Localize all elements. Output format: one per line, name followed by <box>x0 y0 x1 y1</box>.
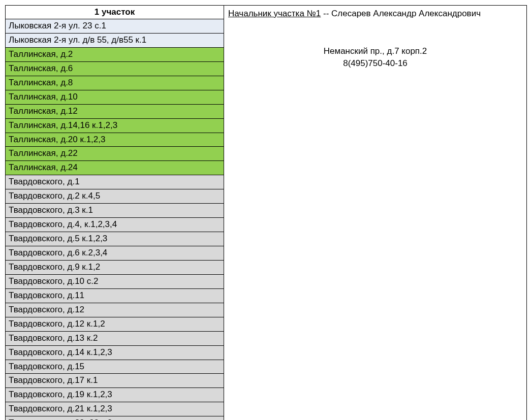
address-row: Твардовского, д.9 к.1,2 <box>6 261 224 275</box>
document-container: 1 участок Лыковская 2-я ул. 23 с.1Лыковс… <box>5 5 527 420</box>
address-row: Твардовского, д.5 к.1,2,3 <box>6 232 224 246</box>
chief-title: Начальник участка №1 -- Слесарев Алексан… <box>228 8 522 20</box>
address-row: Твардовского, д.17 к.1 <box>6 374 224 388</box>
address-row: Твардовского, д.4, к.1,2,3,4 <box>6 218 224 232</box>
address-row: Твардовского, д.12 <box>6 303 224 317</box>
address-row: Таллинская, д.2 <box>6 48 224 62</box>
address-row: Таллинская, д.6 <box>6 62 224 76</box>
address-row: Таллинская, д.14,16 к.1,2,3 <box>6 119 224 133</box>
address-row: Таллинская, д.12 <box>6 105 224 119</box>
address-row: Твардовского, д.6 к.2,3,4 <box>6 246 224 261</box>
address-row: Твардовского, д.1 <box>6 175 224 189</box>
address-row: Твардовского, д.3 к.1 <box>6 204 224 218</box>
address-row: Твардовского, д.15 <box>6 360 224 374</box>
address-row: Лыковская 2-я ул. 23 с.1 <box>6 19 224 34</box>
address-list: Лыковская 2-я ул. 23 с.1Лыковская 2-я ул… <box>6 19 224 420</box>
address-row: Твардовского, д.2 к.4,5 <box>6 189 224 204</box>
address-row: Таллинская, д.24 <box>6 161 224 175</box>
contact-address: Неманский пр., д.7 корп.2 <box>228 45 522 57</box>
address-row: Твардовского, д.11 <box>6 289 224 303</box>
chief-title-underlined: Начальник участка №1 <box>228 9 321 18</box>
right-column: Начальник участка №1 -- Слесарев Алексан… <box>224 6 526 420</box>
address-row: Твардовского, д.12 к.1,2 <box>6 317 224 332</box>
address-row: Твардовского, д.19 к.1,2,3 <box>6 388 224 402</box>
address-row: Таллинская, д.8 <box>6 76 224 90</box>
address-row: Твардовского, д.14 к.1,2,3 <box>6 346 224 360</box>
left-column-header: 1 участок <box>6 6 224 19</box>
address-row: Лыковская 2-я ул. д/в 55, д/в55 к.1 <box>6 34 224 48</box>
contact-info: Неманский пр., д.7 корп.2 8(495)750-40-1… <box>228 45 522 70</box>
address-row: Твардовского, д.10 с.2 <box>6 275 224 289</box>
chief-title-rest: -- Слесарев Александр Александрович <box>321 9 481 18</box>
left-column: 1 участок Лыковская 2-я ул. 23 с.1Лыковс… <box>6 6 224 420</box>
contact-phone: 8(495)750-40-16 <box>228 57 522 70</box>
address-row: Таллинская, д.10 <box>6 90 224 105</box>
address-row: Твардовского, д.13 к.2 <box>6 332 224 346</box>
address-row: Таллинская, д.22 <box>6 147 224 161</box>
address-row: Твардовского, д.23, 23 к.3 <box>6 416 224 420</box>
address-row: Твардовского, д.21 к.1,2,3 <box>6 402 224 416</box>
address-row: Таллинская, д.20 к.1,2,3 <box>6 133 224 147</box>
